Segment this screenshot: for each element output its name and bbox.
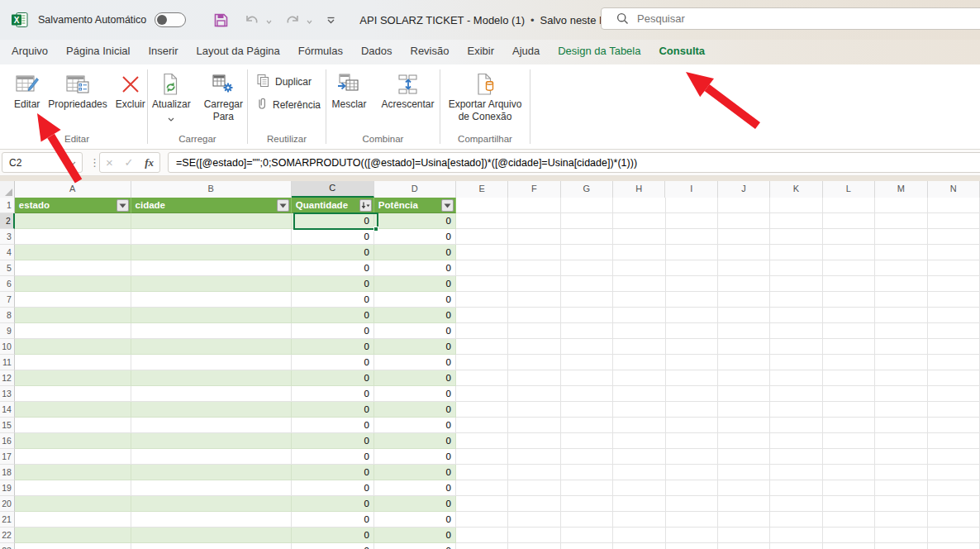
cell-A16[interactable] — [15, 433, 131, 449]
cell-A14[interactable] — [15, 402, 131, 418]
cell-B22[interactable] — [131, 528, 292, 543]
tab-revisão[interactable]: Revisão — [402, 40, 459, 64]
cell-K13[interactable] — [770, 386, 822, 402]
cell-I15[interactable] — [666, 418, 718, 433]
cell-H21[interactable] — [613, 512, 665, 528]
cell-C17[interactable]: 0 — [292, 449, 374, 465]
sort-filter-button-quantidade[interactable] — [359, 199, 372, 212]
cell-G8[interactable] — [561, 308, 613, 323]
cell-E21[interactable] — [456, 512, 508, 528]
cell-N17[interactable] — [928, 449, 980, 465]
column-header-H[interactable]: H — [613, 181, 665, 198]
row-header-22[interactable]: 22 — [0, 528, 15, 543]
column-header-E[interactable]: E — [456, 181, 508, 198]
cell-J16[interactable] — [718, 433, 770, 449]
cell-D20[interactable]: 0 — [374, 496, 456, 512]
cell-F19[interactable] — [508, 480, 560, 496]
row-header-8[interactable]: 8 — [0, 308, 15, 323]
cell-L19[interactable] — [823, 480, 875, 496]
cell-J2[interactable] — [718, 213, 770, 229]
cell-L20[interactable] — [823, 496, 875, 512]
cell-A6[interactable] — [15, 276, 131, 292]
row-header-4[interactable]: 4 — [0, 245, 15, 260]
cell-N21[interactable] — [928, 512, 980, 528]
cell-G3[interactable] — [561, 229, 613, 245]
cell-C3[interactable]: 0 — [292, 229, 374, 245]
cell-L16[interactable] — [823, 433, 875, 449]
cell-B16[interactable] — [131, 433, 292, 449]
cell-M1[interactable] — [875, 198, 927, 213]
cell-E1[interactable] — [456, 198, 508, 213]
insert-function-icon[interactable]: fx — [145, 156, 154, 169]
cell-E16[interactable] — [456, 433, 508, 449]
row-header-9[interactable]: 9 — [0, 323, 15, 339]
cell-H19[interactable] — [613, 480, 665, 496]
tab-design-da-tabela[interactable]: Design da Tabela — [549, 40, 649, 64]
cell-G18[interactable] — [561, 465, 613, 480]
row-header-14[interactable]: 14 — [0, 402, 15, 418]
cell-B7[interactable] — [131, 292, 292, 308]
cell-F9[interactable] — [508, 323, 560, 339]
cell-M22[interactable] — [875, 528, 927, 543]
cell-C23[interactable]: 0 — [292, 543, 374, 549]
cell-J19[interactable] — [718, 480, 770, 496]
cell-B18[interactable] — [131, 465, 292, 480]
cell-G15[interactable] — [561, 418, 613, 433]
cell-C20[interactable]: 0 — [292, 496, 374, 512]
cell-K6[interactable] — [770, 276, 822, 292]
cell-G19[interactable] — [561, 480, 613, 496]
cell-H5[interactable] — [613, 260, 665, 276]
cell-J9[interactable] — [718, 323, 770, 339]
cell-E20[interactable] — [456, 496, 508, 512]
cell-K14[interactable] — [770, 402, 822, 418]
table-header-cidade[interactable]: cidade — [131, 198, 292, 213]
row-header-10[interactable]: 10 — [0, 339, 15, 355]
cell-C19[interactable]: 0 — [292, 480, 374, 496]
cell-K16[interactable] — [770, 433, 822, 449]
cell-N16[interactable] — [928, 433, 980, 449]
cell-N23[interactable] — [928, 543, 980, 549]
cell-K21[interactable] — [770, 512, 822, 528]
cell-N4[interactable] — [928, 245, 980, 260]
cell-N6[interactable] — [928, 276, 980, 292]
cell-E12[interactable] — [456, 370, 508, 386]
cell-I16[interactable] — [666, 433, 718, 449]
cell-H9[interactable] — [613, 323, 665, 339]
cell-C15[interactable]: 0 — [292, 418, 374, 433]
cell-F18[interactable] — [508, 465, 560, 480]
undo-icon[interactable] — [241, 12, 263, 28]
cell-D17[interactable]: 0 — [374, 449, 456, 465]
cell-F21[interactable] — [508, 512, 560, 528]
cell-G5[interactable] — [561, 260, 613, 276]
cell-N19[interactable] — [928, 480, 980, 496]
cell-L10[interactable] — [823, 339, 875, 355]
cell-H18[interactable] — [613, 465, 665, 480]
cell-D9[interactable]: 0 — [374, 323, 456, 339]
cell-A11[interactable] — [15, 355, 131, 370]
cell-M11[interactable] — [875, 355, 927, 370]
cell-B20[interactable] — [131, 496, 292, 512]
row-header-2[interactable]: 2 — [0, 213, 15, 229]
cell-K15[interactable] — [770, 418, 822, 433]
document-title[interactable]: API SOLARZ TICKET - Modelo (1) • Salvo n… — [359, 14, 628, 26]
cell-C16[interactable]: 0 — [292, 433, 374, 449]
cell-D12[interactable]: 0 — [374, 370, 456, 386]
cell-I10[interactable] — [666, 339, 718, 355]
cell-B10[interactable] — [131, 339, 292, 355]
column-header-L[interactable]: L — [823, 181, 875, 198]
cell-J12[interactable] — [718, 370, 770, 386]
row-header-11[interactable]: 11 — [0, 355, 15, 370]
cell-I14[interactable] — [666, 402, 718, 418]
cell-B2[interactable] — [131, 213, 292, 229]
cell-F4[interactable] — [508, 245, 560, 260]
cell-G13[interactable] — [561, 386, 613, 402]
cell-E14[interactable] — [456, 402, 508, 418]
cell-I1[interactable] — [666, 198, 718, 213]
cell-D4[interactable]: 0 — [374, 245, 456, 260]
cell-D3[interactable]: 0 — [374, 229, 456, 245]
cell-I11[interactable] — [666, 355, 718, 370]
cell-H23[interactable] — [613, 543, 665, 549]
cell-M13[interactable] — [875, 386, 927, 402]
propriedades-button[interactable]: Propriedades — [44, 69, 111, 112]
cell-L9[interactable] — [823, 323, 875, 339]
